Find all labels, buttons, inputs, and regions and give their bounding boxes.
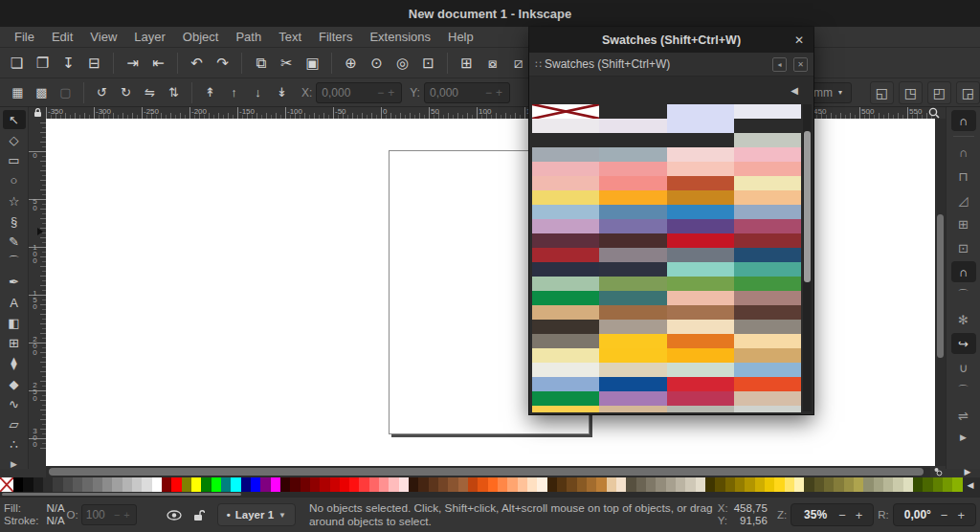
- swatch[interactable]: [667, 133, 734, 147]
- palette-swatch[interactable]: [478, 477, 487, 492]
- palette-swatch[interactable]: [854, 477, 863, 492]
- y-coordinate-field[interactable]: 0,000 − +: [424, 82, 510, 103]
- spiral-tool[interactable]: §: [3, 211, 26, 231]
- palette-swatch[interactable]: [656, 477, 665, 492]
- palette-swatch[interactable]: [82, 477, 92, 492]
- scale-stroke-toggle-button[interactable]: ◱: [870, 81, 894, 104]
- palette-swatch[interactable]: [824, 477, 834, 492]
- swatch[interactable]: [599, 334, 666, 348]
- swatch[interactable]: [532, 176, 599, 190]
- move-patterns-toggle-button[interactable]: ◲: [956, 81, 980, 104]
- swatch[interactable]: [734, 205, 801, 219]
- palette-swatch[interactable]: [774, 477, 784, 492]
- dialog-close-icon[interactable]: ✕: [794, 27, 804, 53]
- swatch[interactable]: [667, 205, 734, 219]
- copy-button[interactable]: ⧉: [248, 51, 274, 76]
- palette-swatch[interactable]: [221, 477, 231, 492]
- new-document-button[interactable]: ❏: [4, 51, 30, 76]
- palette-swatch[interactable]: [943, 477, 952, 492]
- swatch[interactable]: [667, 219, 734, 233]
- palette-swatch[interactable]: [498, 477, 507, 492]
- swatch[interactable]: [667, 119, 734, 133]
- palette-swatch[interactable]: [745, 477, 754, 492]
- quick-zoom-icon[interactable]: [924, 105, 944, 120]
- palette-swatch[interactable]: [63, 477, 73, 492]
- swatch[interactable]: [532, 320, 599, 334]
- palette-swatch[interactable]: [735, 477, 745, 492]
- swatch[interactable]: [532, 119, 599, 133]
- rotation-field[interactable]: 0,00° − +: [893, 503, 976, 526]
- raise-button[interactable]: ↑: [222, 81, 246, 104]
- palette-swatch[interactable]: [715, 477, 724, 492]
- snap-nodes-button[interactable]: ∩: [951, 261, 976, 282]
- swatch[interactable]: [667, 176, 734, 190]
- palette-arrow-button[interactable]: ◀: [964, 477, 977, 492]
- swatch[interactable]: [734, 277, 801, 291]
- swatch[interactable]: [532, 162, 599, 176]
- swatch[interactable]: [599, 262, 666, 277]
- palette-swatch[interactable]: [557, 477, 567, 492]
- palette-swatch[interactable]: [448, 477, 457, 492]
- swatch[interactable]: [532, 363, 599, 377]
- swatch[interactable]: [667, 377, 734, 391]
- menu-item-extensions[interactable]: Extensions: [361, 28, 439, 46]
- swatch[interactable]: [532, 377, 599, 391]
- zoom-page-button[interactable]: ◎: [390, 51, 415, 76]
- rectangle-tool[interactable]: ▭: [3, 150, 26, 169]
- ellipse-tool[interactable]: ○: [3, 171, 26, 190]
- zoom-increment-button[interactable]: +: [851, 508, 868, 522]
- palette-swatch[interactable]: [73, 477, 82, 492]
- swatch[interactable]: [599, 162, 666, 176]
- swatch-none[interactable]: [532, 104, 599, 119]
- swatches-dialog-titlebar[interactable]: Swatches (Shift+Ctrl+W) ✕: [529, 27, 813, 53]
- x-coordinate-field[interactable]: 0,000 − +: [316, 82, 402, 103]
- select-all-button[interactable]: ▦: [6, 81, 30, 104]
- calligraphy-tool[interactable]: ✒: [3, 273, 26, 292]
- move-gradients-toggle-button[interactable]: ◰: [927, 81, 951, 104]
- palette-swatch[interactable]: [952, 477, 962, 492]
- swatch[interactable]: [667, 262, 734, 277]
- palette-swatch[interactable]: [271, 477, 280, 492]
- select-all-layers-button[interactable]: ▩: [30, 81, 54, 104]
- palette-swatch[interactable]: [458, 477, 468, 492]
- swatch[interactable]: [734, 377, 801, 391]
- swatch[interactable]: [734, 363, 801, 377]
- rotate-cw-button[interactable]: ↻: [114, 81, 138, 104]
- enable-snapping-button[interactable]: ∩: [951, 110, 976, 131]
- palette-swatch[interactable]: [596, 477, 606, 492]
- palette-swatch[interactable]: [893, 477, 902, 492]
- palette-swatch[interactable]: [863, 477, 873, 492]
- rotate-ccw-button[interactable]: ↺: [90, 81, 114, 104]
- window-titlebar[interactable]: New document 1 - Inkscape: [0, 0, 980, 27]
- dialog-undock-icon[interactable]: ◂: [772, 57, 787, 72]
- palette-swatch[interactable]: [310, 477, 320, 492]
- snap-bbox-midpoints-button[interactable]: ⊞: [951, 213, 976, 234]
- pen-tool[interactable]: ⌒: [3, 253, 26, 272]
- snap-smooth-nodes-button[interactable]: ✻: [951, 309, 976, 330]
- swatch[interactable]: [734, 348, 801, 363]
- redo-button[interactable]: ↷: [210, 51, 235, 76]
- palette-swatch[interactable]: [923, 477, 932, 492]
- selector-tool[interactable]: ↖: [3, 110, 26, 129]
- palette-swatch[interactable]: [231, 477, 240, 492]
- swatch[interactable]: [599, 277, 666, 291]
- node-tool[interactable]: ◇: [3, 130, 26, 149]
- swatch[interactable]: [734, 233, 801, 248]
- palette-swatch[interactable]: [102, 477, 112, 492]
- swatch[interactable]: [734, 248, 801, 262]
- palette-swatch[interactable]: [507, 477, 517, 492]
- palette-swatch[interactable]: [290, 477, 300, 492]
- swatch[interactable]: [532, 277, 599, 291]
- toolbox-expander-icon[interactable]: ▶: [11, 459, 17, 469]
- swatch[interactable]: [667, 320, 734, 334]
- palette-swatch[interactable]: [330, 477, 340, 492]
- scale-corners-toggle-button[interactable]: ◳: [899, 81, 923, 104]
- swatch[interactable]: [599, 119, 666, 133]
- palette-swatch[interactable]: [646, 477, 656, 492]
- swatch[interactable]: [667, 406, 734, 412]
- palette-swatch[interactable]: [23, 477, 33, 492]
- star-tool[interactable]: ☆: [3, 191, 26, 211]
- swatch[interactable]: [734, 320, 801, 334]
- duplicate-button[interactable]: ⊞: [454, 51, 479, 76]
- swatch[interactable]: [599, 219, 666, 233]
